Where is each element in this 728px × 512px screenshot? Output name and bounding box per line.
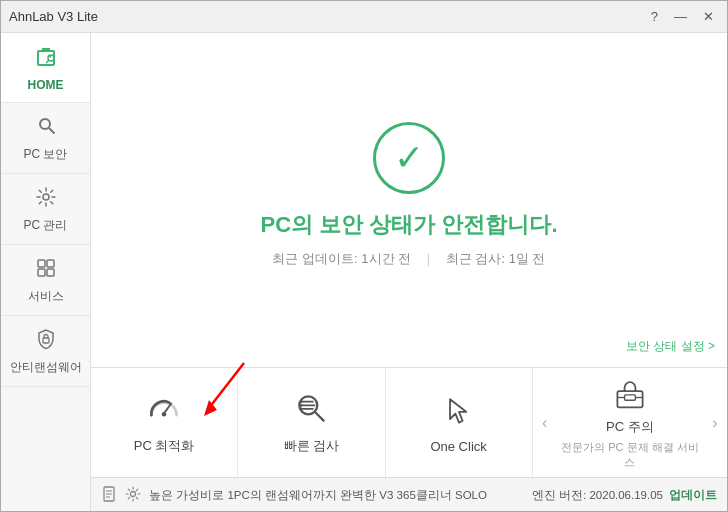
home-icon xyxy=(34,45,58,74)
doc-icon[interactable] xyxy=(101,486,117,506)
one-click-label: One Click xyxy=(430,439,486,454)
status-title: PC의 보안 상태가 안전합니다. xyxy=(260,210,557,240)
sidebar-item-home[interactable]: HOME xyxy=(1,33,90,103)
svg-line-3 xyxy=(49,128,54,133)
svg-rect-5 xyxy=(38,260,45,267)
status-sub: 최근 업데이트: 1시간 전 | 최근 검사: 1일 전 xyxy=(266,250,551,268)
service-icon xyxy=(35,257,57,284)
sidebar: HOME PC 보안 PC 관리 xyxy=(1,33,91,512)
pc-advice-label: PC 주의 xyxy=(606,418,654,436)
sidebar-pc-security-label: PC 보안 xyxy=(23,146,67,163)
last-update-text: 최근 업데이트: 1시간 전 xyxy=(272,251,411,266)
one-click-icon xyxy=(441,392,477,431)
quick-scan-icon xyxy=(293,390,329,429)
quick-scan[interactable]: 빠른 검사 xyxy=(238,368,385,477)
minimize-button[interactable]: — xyxy=(669,7,692,26)
notice-text: 높은 가성비로 1PC의 랜섬웨어까지 완벽한 V3 365클리너 SOLO xyxy=(149,488,487,503)
content-area: ✓ PC의 보안 상태가 안전합니다. 최근 업데이트: 1시간 전 | 최근 … xyxy=(91,33,727,512)
svg-line-12 xyxy=(164,404,171,414)
titlebar: AhnLab V3 Lite ? — ✕ xyxy=(1,1,727,33)
pc-advice-icon xyxy=(612,375,648,414)
svg-rect-9 xyxy=(43,338,49,343)
gear-icon[interactable] xyxy=(125,486,141,506)
svg-point-21 xyxy=(300,408,303,411)
status-check-circle: ✓ xyxy=(373,122,445,194)
sidebar-pc-manage-label: PC 관리 xyxy=(23,217,67,234)
status-area: ✓ PC의 보안 상태가 안전합니다. 최근 업데이트: 1시간 전 | 최근 … xyxy=(91,33,727,367)
quick-pc-optimize[interactable]: PC 최적화 xyxy=(91,368,238,477)
svg-rect-23 xyxy=(624,394,635,399)
pc-security-icon xyxy=(35,115,57,142)
sidebar-home-label: HOME xyxy=(28,78,64,92)
security-settings-link[interactable]: 보안 상태 설정 > xyxy=(626,338,715,355)
svg-point-17 xyxy=(300,404,303,407)
last-scan-text: 최근 검사: 1일 전 xyxy=(446,251,546,266)
svg-rect-8 xyxy=(47,269,54,276)
main-layout: HOME PC 보안 PC 관리 xyxy=(1,33,727,512)
svg-rect-7 xyxy=(38,269,45,276)
sidebar-item-anti-ransomware[interactable]: 안티랜섬웨어 xyxy=(1,316,90,387)
sidebar-item-pc-security[interactable]: PC 보안 xyxy=(1,103,90,174)
app-title: AhnLab V3 Lite xyxy=(9,9,98,24)
quick-bar: PC 최적화 빠른 검사 xyxy=(91,367,727,477)
svg-point-4 xyxy=(43,194,49,200)
window-controls: ? — ✕ xyxy=(646,7,719,26)
svg-rect-6 xyxy=(47,260,54,267)
sidebar-anti-ransomware-label: 안티랜섬웨어 xyxy=(10,359,82,376)
version-text: 엔진 버전: 2020.06.19.05 xyxy=(532,488,663,503)
update-link[interactable]: 업데이트 xyxy=(669,488,717,503)
statusbar-right: 엔진 버전: 2020.06.19.05 업데이트 xyxy=(532,488,717,503)
quick-pc-advice[interactable]: PC 주의 전문가의 PC 문제 해결 서비스 xyxy=(557,368,703,477)
pc-optimize-label: PC 최적화 xyxy=(134,437,195,455)
sidebar-item-service[interactable]: 서비스 xyxy=(1,245,90,316)
svg-point-13 xyxy=(162,412,167,417)
svg-point-19 xyxy=(300,400,303,403)
anti-ransomware-icon xyxy=(35,328,57,355)
help-button[interactable]: ? xyxy=(646,7,663,26)
arrow-right[interactable]: › xyxy=(703,368,727,477)
pc-manage-icon xyxy=(35,186,57,213)
sidebar-service-label: 서비스 xyxy=(28,288,64,305)
sidebar-item-pc-manage[interactable]: PC 관리 xyxy=(1,174,90,245)
pc-optimize-icon xyxy=(146,390,182,429)
quick-scan-label: 빠른 검사 xyxy=(284,437,340,455)
svg-rect-22 xyxy=(617,391,642,407)
quick-one-click[interactable]: One Click xyxy=(386,368,533,477)
close-button[interactable]: ✕ xyxy=(698,7,719,26)
statusbar-left: 높은 가성비로 1PC의 랜섬웨어까지 완벽한 V3 365클리너 SOLO xyxy=(101,486,487,506)
svg-line-15 xyxy=(316,413,324,421)
pc-advice-sub: 전문가의 PC 문제 해결 서비스 xyxy=(557,440,703,471)
arrow-left[interactable]: ‹ xyxy=(533,368,557,477)
divider: | xyxy=(427,251,430,266)
svg-point-30 xyxy=(131,491,136,496)
check-icon: ✓ xyxy=(394,140,424,176)
statusbar: 높은 가성비로 1PC의 랜섬웨어까지 완벽한 V3 365클리너 SOLO 엔… xyxy=(91,477,727,512)
